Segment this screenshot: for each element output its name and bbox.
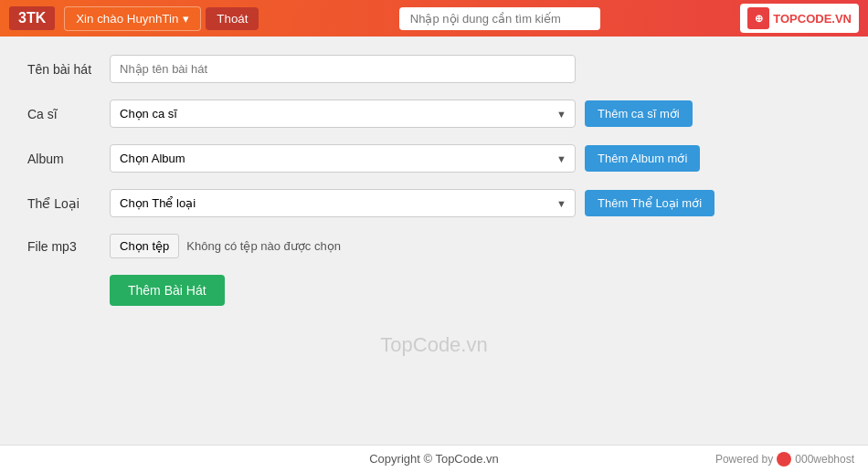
- brand-text: TOPCODE.VN: [773, 12, 852, 26]
- file-input-wrapper: Chọn tệp Không có tệp nào được chọn: [110, 234, 341, 258]
- song-name-group: Tên bài hát: [27, 55, 841, 83]
- genre-group: Thể Loại Chọn Thể loại Thêm Thể Loại mới: [27, 189, 841, 217]
- genre-select-wrapper: Chọn Thể loại: [110, 189, 576, 217]
- layout: Tên bài hát Ca sĩ Chọn ca sĩ Thêm ca sĩ …: [0, 37, 868, 445]
- brand-area: ⊕ TOPCODE.VN: [740, 4, 859, 33]
- watermark-area: TopCode.vn: [27, 333, 841, 357]
- album-select[interactable]: Chọn Album: [110, 144, 576, 173]
- add-artist-button[interactable]: Thêm ca sĩ mới: [585, 100, 693, 127]
- song-name-label: Tên bài hát: [27, 62, 110, 77]
- welcome-label: Xin chào HuynhTin: [76, 12, 178, 26]
- brand-icon: ⊕: [747, 7, 769, 29]
- powered-by-brand: 000webhost: [795, 453, 854, 466]
- add-genre-button[interactable]: Thêm Thể Loại mới: [585, 190, 715, 216]
- powered-by-text: Powered by: [715, 453, 773, 466]
- welcome-button[interactable]: Xin chào HuynhTin ▾: [64, 6, 201, 31]
- artist-select-wrapper: Chọn ca sĩ: [110, 100, 576, 128]
- search-area: [399, 7, 600, 30]
- header: 3TK Xin chào HuynhTin ▾ Thoát ⊕ TOPCODE.…: [0, 0, 868, 37]
- choose-file-button[interactable]: Chọn tệp: [110, 234, 179, 258]
- genre-select[interactable]: Chọn Thể loại: [110, 189, 576, 217]
- album-group: Album Chọn Album Thêm Album mới: [27, 144, 841, 173]
- powered-icon: [777, 452, 791, 467]
- powered-by-area: Powered by 000webhost: [715, 452, 854, 467]
- song-name-input[interactable]: [110, 55, 576, 83]
- search-input[interactable]: [399, 7, 600, 30]
- submit-button[interactable]: Thêm Bài Hát: [110, 275, 225, 306]
- dropdown-icon: ▾: [183, 12, 189, 26]
- file-no-chosen-text: Không có tệp nào được chọn: [186, 239, 341, 253]
- artist-label: Ca sĩ: [27, 107, 110, 121]
- album-label: Album: [27, 152, 110, 166]
- watermark-text: TopCode.vn: [380, 333, 487, 356]
- submit-group: Thêm Bài Hát: [27, 275, 841, 306]
- artist-select[interactable]: Chọn ca sĩ: [110, 100, 576, 128]
- footer: Copyright © TopCode.vn Powered by 000web…: [0, 445, 868, 472]
- app-logo: 3TK: [9, 6, 55, 30]
- album-select-wrapper: Chọn Album: [110, 144, 576, 173]
- logout-button[interactable]: Thoát: [206, 7, 259, 30]
- genre-label: Thể Loại: [27, 196, 110, 211]
- add-album-button[interactable]: Thêm Album mới: [585, 145, 700, 172]
- file-label: File mp3: [27, 239, 110, 254]
- copyright-text: Copyright © TopCode.vn: [369, 452, 499, 466]
- artist-group: Ca sĩ Chọn ca sĩ Thêm ca sĩ mới: [27, 100, 841, 128]
- main-content: Tên bài hát Ca sĩ Chọn ca sĩ Thêm ca sĩ …: [0, 37, 868, 445]
- file-group: File mp3 Chọn tệp Không có tệp nào được …: [27, 234, 841, 258]
- brand-logo: ⊕ TOPCODE.VN: [740, 4, 859, 33]
